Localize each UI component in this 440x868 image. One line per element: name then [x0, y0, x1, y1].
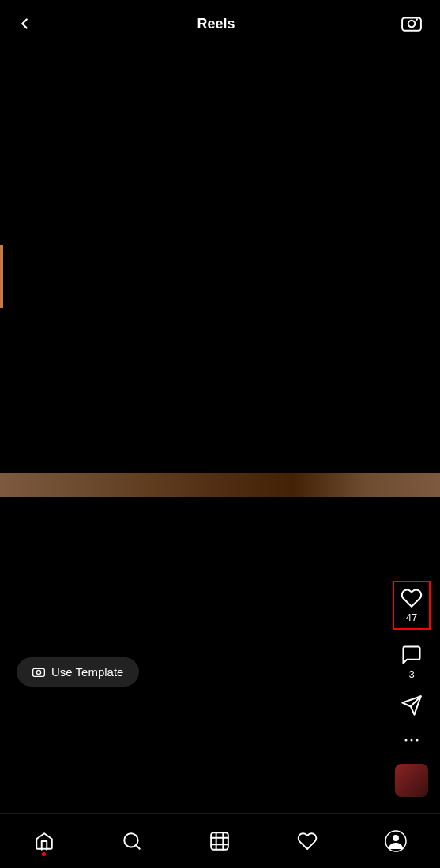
profile-thumb-image	[395, 764, 428, 797]
profile-icon	[385, 830, 407, 852]
svg-rect-12	[211, 832, 228, 850]
video-area	[0, 0, 440, 821]
share-button[interactable]	[401, 694, 423, 716]
svg-point-14	[393, 835, 399, 841]
home-icon	[34, 831, 55, 851]
svg-line-11	[136, 845, 140, 849]
comment-count: 3	[408, 668, 414, 680]
camera-icon	[32, 666, 45, 679]
home-active-dot	[42, 852, 46, 856]
back-button[interactable]	[16, 15, 33, 32]
send-icon	[401, 694, 423, 716]
video-content-strip	[0, 473, 440, 497]
page-title: Reels	[197, 16, 235, 32]
comment-button[interactable]: 3	[401, 644, 423, 680]
nav-notifications[interactable]	[291, 825, 324, 858]
nav-home[interactable]	[28, 825, 61, 858]
right-actions: 47 3	[393, 581, 431, 797]
nav-profile[interactable]	[378, 824, 413, 859]
profile-thumbnail[interactable]	[395, 764, 428, 797]
svg-point-8	[411, 739, 413, 742]
left-accent-strip	[0, 245, 3, 308]
use-template-button[interactable]: Use Template	[17, 657, 139, 687]
search-icon	[122, 831, 142, 851]
svg-point-7	[405, 739, 408, 742]
nav-search[interactable]	[115, 825, 149, 858]
heart-nav-icon	[297, 831, 318, 851]
header: Reels	[0, 0, 440, 47]
more-button[interactable]	[402, 731, 421, 750]
svg-point-4	[36, 670, 40, 674]
bottom-nav	[0, 813, 440, 868]
use-template-label: Use Template	[51, 665, 123, 679]
nav-reels[interactable]	[203, 825, 236, 858]
like-button[interactable]: 47	[393, 581, 431, 630]
more-icon	[402, 731, 421, 750]
camera-button[interactable]	[399, 11, 424, 36]
like-count: 47	[406, 612, 417, 623]
svg-point-1	[408, 21, 416, 28]
heart-icon	[401, 587, 423, 609]
reels-icon	[209, 831, 230, 851]
comment-icon	[401, 644, 423, 666]
svg-point-9	[416, 739, 419, 742]
